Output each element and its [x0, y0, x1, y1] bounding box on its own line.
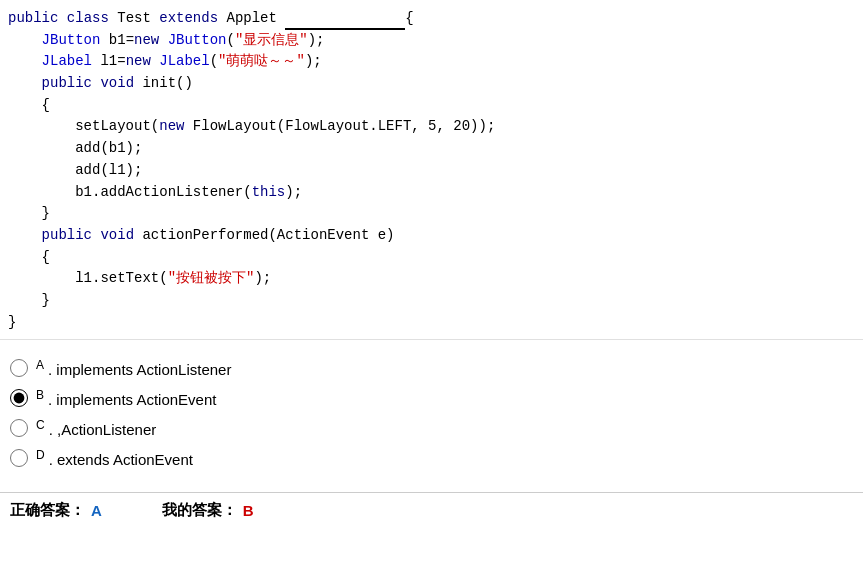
code-line-1: public class Test extends Applet { [8, 6, 855, 30]
code-line-7: add(b1); [8, 138, 855, 160]
code-line-13: l1.setText("按钮被按下"); [8, 268, 855, 290]
blank-input [285, 6, 405, 30]
option-a-key: A [36, 358, 44, 372]
radio-c[interactable] [10, 419, 28, 437]
option-d-key: D [36, 448, 45, 462]
option-b-label[interactable]: B. implements ActionEvent [36, 388, 216, 408]
code-line-3: JLabel l1=new JLabel("萌萌哒～～"); [8, 51, 855, 73]
option-a-label[interactable]: A. implements ActionListener [36, 358, 231, 378]
option-b-key: B [36, 388, 44, 402]
code-line-15: } [8, 312, 855, 334]
code-line-6: setLayout(new FlowLayout(FlowLayout.LEFT… [8, 116, 855, 138]
correct-answer-label: 正确答案： [10, 501, 85, 520]
code-block: public class Test extends Applet { JButt… [0, 0, 863, 340]
code-line-11: public void actionPerformed(ActionEvent … [8, 225, 855, 247]
option-d-label[interactable]: D. extends ActionEvent [36, 448, 193, 468]
code-line-9: b1.addActionListener(this); [8, 182, 855, 204]
radio-a[interactable] [10, 359, 28, 377]
option-c-label[interactable]: C. ,ActionListener [36, 418, 156, 438]
code-line-2: JButton b1=new JButton("显示信息"); [8, 30, 855, 52]
radio-d[interactable] [10, 449, 28, 467]
code-line-4: public void init() [8, 73, 855, 95]
code-line-10: } [8, 203, 855, 225]
radio-b[interactable] [10, 389, 28, 407]
code-line-8: add(l1); [8, 160, 855, 182]
option-c-key: C [36, 418, 45, 432]
option-a[interactable]: A. implements ActionListener [10, 358, 853, 378]
correct-answer-value: A [91, 502, 102, 519]
options-section: A. implements ActionListener B. implemen… [0, 340, 863, 488]
code-line-5: { [8, 95, 855, 117]
option-c[interactable]: C. ,ActionListener [10, 418, 853, 438]
option-b[interactable]: B. implements ActionEvent [10, 388, 853, 408]
option-d[interactable]: D. extends ActionEvent [10, 448, 853, 468]
answer-section: 正确答案： A 我的答案： B [0, 492, 863, 528]
code-line-14: } [8, 290, 855, 312]
my-answer-label: 我的答案： [162, 501, 237, 520]
my-answer-value: B [243, 502, 254, 519]
code-line-12: { [8, 247, 855, 269]
